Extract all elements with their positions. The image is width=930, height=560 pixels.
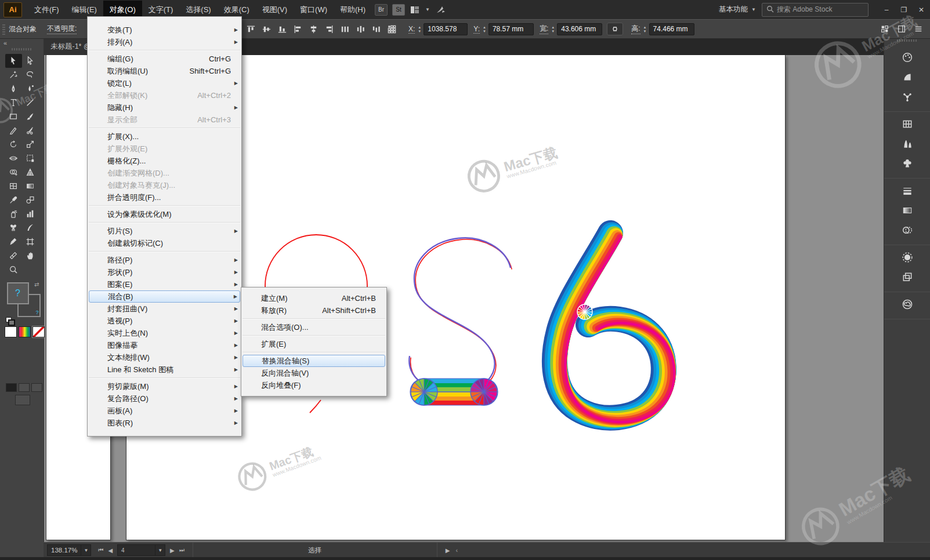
menu-item[interactable]: 排列(A)▶	[88, 36, 241, 48]
quill-pen-tool[interactable]	[22, 221, 39, 235]
align-right-icon[interactable]	[323, 23, 335, 35]
align-bottom-icon[interactable]	[276, 23, 288, 35]
transform-field-label[interactable]: X:	[408, 25, 415, 34]
panel-grip[interactable]	[12, 48, 32, 50]
rectangle-tool[interactable]	[5, 110, 22, 123]
previous-artboard-icon[interactable]: ◀	[108, 547, 113, 554]
status-next-icon[interactable]: ▶	[446, 547, 450, 554]
sync-swoosh-icon[interactable]	[436, 5, 446, 14]
menu-item[interactable]: 取消编组(U)Shift+Ctrl+G	[88, 65, 241, 77]
zoom-tool[interactable]	[5, 263, 22, 277]
menu-item[interactable]: 画板(A)▶	[88, 405, 241, 417]
draw-normal-mode-button[interactable]	[6, 383, 17, 392]
fill-swatch[interactable]: ?	[7, 282, 29, 304]
rotate-tool[interactable]	[5, 137, 22, 151]
symbol-sprayer-tool[interactable]	[5, 207, 22, 221]
screen-mode-button[interactable]	[15, 395, 30, 405]
distribute-left-icon[interactable]	[339, 23, 350, 35]
menu-item[interactable]: 变换(T)▶	[88, 24, 241, 36]
menubar-item[interactable]: 窗口(W)	[294, 1, 334, 19]
align-left-icon[interactable]	[292, 23, 303, 35]
menu-item[interactable]: 透视(P)▶	[88, 315, 241, 327]
symbols-panel-icon[interactable]	[899, 155, 916, 172]
menu-item[interactable]: 图像描摹▶	[88, 339, 241, 351]
gradient-button[interactable]	[19, 326, 31, 337]
creative-cloud-panel-icon[interactable]	[899, 296, 916, 313]
menu-item[interactable]: 混合(B)▶	[89, 290, 240, 303]
type-tool[interactable]	[5, 96, 22, 110]
swap-fill-stroke-icon[interactable]: ⇄	[34, 281, 39, 288]
artboard-number-field[interactable]: 4	[117, 544, 155, 556]
panel-grid-icon[interactable]	[879, 23, 891, 35]
menu-item[interactable]: 反向堆叠(F)	[241, 379, 386, 391]
artboard-dropdown-icon[interactable]: ▼	[155, 544, 165, 556]
adobe-stock-search[interactable]: 搜索 Adobe Stock	[762, 3, 869, 17]
menu-item[interactable]: 显示全部Alt+Ctrl+3	[88, 114, 241, 126]
align-top-icon[interactable]	[245, 23, 256, 35]
menu-item[interactable]: 建立(M)Alt+Ctrl+B	[241, 292, 386, 304]
field-stepper[interactable]: ▲▼	[551, 26, 555, 33]
workspace-switcher[interactable]: 基本功能 ▼	[719, 5, 756, 14]
menubar-item[interactable]: 文件(F)	[28, 1, 66, 19]
recolor-artwork-panel-icon[interactable]	[899, 88, 916, 106]
transform-field-value[interactable]: 43.606 mm	[557, 23, 602, 35]
menu-item[interactable]: 封套扭曲(V)▶	[88, 303, 241, 315]
blend-tool[interactable]	[22, 193, 39, 207]
width-tool[interactable]	[5, 151, 22, 165]
zoom-dropdown-icon[interactable]: ▼	[81, 544, 91, 556]
menu-item[interactable]: 释放(R)Alt+Shift+Ctrl+B	[241, 304, 386, 317]
shaper-tool[interactable]	[5, 123, 22, 137]
butterfly-plugin-tool[interactable]	[5, 221, 22, 235]
distribute-center-icon[interactable]	[354, 23, 366, 35]
transparency-panel-icon[interactable]	[899, 221, 916, 239]
slice-tool[interactable]	[5, 249, 22, 263]
gradient-tool[interactable]	[22, 179, 39, 193]
menu-item[interactable]: 锁定(L)▶	[88, 77, 241, 89]
illustrator-logo[interactable]: Ai	[3, 2, 22, 17]
close-button[interactable]: ✕	[913, 2, 930, 17]
appearance-panel-icon[interactable]	[899, 249, 916, 266]
perspective-grid-tool[interactable]	[22, 165, 39, 179]
align-vertical-center-icon[interactable]	[260, 23, 272, 35]
menu-item[interactable]: 全部解锁(K)Alt+Ctrl+2	[88, 89, 241, 101]
line-segment-tool[interactable]	[22, 96, 39, 110]
menu-item[interactable]: 剪切蒙版(M)▶	[88, 380, 241, 392]
menu-item[interactable]: 拼合透明度(F)...	[88, 191, 241, 203]
transform-field-label[interactable]: 高:	[631, 24, 640, 34]
menu-item[interactable]: 复合路径(O)▶	[88, 392, 241, 405]
draw-inside-mode-button[interactable]	[31, 383, 42, 392]
status-back-icon[interactable]: ‹	[456, 547, 458, 554]
menubar-item[interactable]: 帮助(H)	[334, 1, 372, 19]
collapse-panel-icon[interactable]: «	[0, 38, 44, 46]
bridge-badge[interactable]: Br	[375, 4, 388, 16]
mesh-tool[interactable]	[5, 179, 22, 193]
selection-tool[interactable]	[5, 54, 22, 68]
stroke-panel-icon[interactable]	[899, 182, 916, 199]
transform-field-label[interactable]: Y:	[473, 25, 480, 34]
chevron-down-icon[interactable]: ▼	[425, 7, 430, 12]
color-panel-icon[interactable]	[899, 49, 916, 66]
menu-item[interactable]: 图表(R)▶	[88, 417, 241, 429]
artboard-tool[interactable]	[22, 235, 39, 249]
zoom-level-field[interactable]: 138.17%	[47, 544, 81, 556]
swatches-panel-icon[interactable]	[899, 115, 916, 133]
menu-item[interactable]: 栅格化(Z)...	[88, 155, 241, 167]
field-stepper[interactable]: ▲▼	[483, 26, 486, 33]
field-stepper[interactable]: ▲▼	[418, 26, 421, 33]
layers-panel-icon[interactable]	[899, 268, 916, 286]
brushes-panel-icon[interactable]	[899, 135, 916, 152]
paintbrush-tool[interactable]	[22, 110, 39, 123]
distribute-right-icon[interactable]	[370, 23, 382, 35]
gradient-panel-icon[interactable]	[899, 202, 916, 219]
transform-field-value[interactable]: 1038.578	[424, 23, 468, 35]
menu-item[interactable]: 扩展(E)	[241, 338, 386, 350]
transform-field-value[interactable]: 74.466 mm	[649, 23, 694, 35]
align-options-grid-icon[interactable]	[386, 23, 397, 35]
workspace-layout-icon[interactable]	[410, 6, 419, 14]
draw-behind-mode-button[interactable]	[19, 383, 30, 392]
align-horizontal-center-icon[interactable]	[307, 23, 319, 35]
curvature-tool[interactable]	[22, 82, 39, 96]
default-fill-stroke-icon[interactable]	[6, 317, 14, 324]
menu-item[interactable]: 替换混合轴(S)	[243, 355, 385, 367]
field-stepper[interactable]: ▲▼	[643, 26, 647, 33]
